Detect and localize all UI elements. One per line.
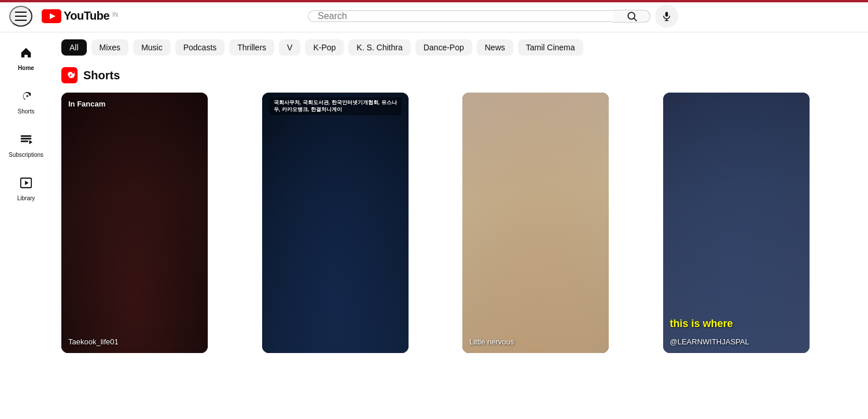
- youtube-wordmark: YouTube: [64, 9, 109, 23]
- shorts-header: Shorts: [61, 67, 859, 83]
- search-input[interactable]: [308, 10, 613, 22]
- svg-rect-8: [21, 138, 31, 139]
- short-thumbnail: Little nervous: [462, 93, 609, 353]
- filter-chip-mixes[interactable]: Mixes: [91, 39, 129, 56]
- short-overlay: [61, 93, 208, 353]
- short-top-text: 국회사무처, 국회도서관, 한국인터넷기개협회, 유스나우, 카카오뱅크, 한결…: [269, 97, 402, 115]
- search-icon: [626, 10, 638, 22]
- svg-rect-7: [21, 135, 31, 137]
- logo[interactable]: YouTube IN: [42, 9, 118, 23]
- filter-chip-podcasts[interactable]: Podcasts: [175, 39, 225, 56]
- sidebar-item-subscriptions[interactable]: Subscriptions: [0, 124, 52, 167]
- search-area: [308, 5, 678, 28]
- short-highlight-text: this is where: [670, 318, 803, 330]
- short-card[interactable]: In Fancam Taekook_life01: [61, 93, 208, 353]
- filter-chip-kpop[interactable]: K-Pop: [305, 39, 344, 56]
- filter-chip-all[interactable]: All: [61, 39, 87, 56]
- short-overlay: [262, 93, 409, 353]
- sidebar-item-shorts-label: Shorts: [18, 108, 35, 115]
- svg-rect-9: [21, 141, 28, 142]
- library-icon: [20, 177, 32, 193]
- sidebar-item-shorts[interactable]: Shorts: [0, 80, 52, 124]
- top-accent-bar: [0, 0, 868, 2]
- search-button[interactable]: [613, 10, 650, 23]
- sidebar-item-home[interactable]: Home: [0, 37, 52, 80]
- youtube-icon: [42, 9, 61, 23]
- svg-point-2: [628, 12, 635, 19]
- youtube-country-badge: IN: [112, 12, 118, 18]
- svg-rect-4: [665, 12, 668, 16]
- filter-bar: AllMixesMusicPodcastsThrillersVK-PopK. S…: [61, 39, 859, 63]
- svg-marker-10: [30, 140, 33, 144]
- short-card[interactable]: 국회사무처, 국회도서관, 한국인터넷기개협회, 유스나우, 카카오뱅크, 한결…: [262, 93, 409, 353]
- shorts-icon: [20, 90, 32, 106]
- sidebar-item-subscriptions-label: Subscriptions: [9, 152, 43, 158]
- shorts-grid: In Fancam Taekook_life01 국회사무처, 국회도서관, 한…: [61, 93, 859, 353]
- svg-line-3: [634, 18, 637, 21]
- short-thumbnail: 국회사무처, 국회도서관, 한국인터넷기개협회, 유스나우, 카카오뱅크, 한결…: [262, 93, 409, 353]
- filter-chip-v[interactable]: V: [279, 39, 300, 56]
- sidebar: Home Shorts Subscriptions Library: [0, 32, 52, 360]
- shorts-section: Shorts In Fancam Taekook_life01 국회사무처, 국…: [61, 67, 859, 353]
- filter-chip-kschithra[interactable]: K. S. Chithra: [348, 39, 410, 56]
- shorts-logo-icon: [61, 67, 78, 83]
- sidebar-item-library-label: Library: [17, 195, 35, 201]
- short-top-text: In Fancam: [68, 100, 201, 108]
- short-overlay: [462, 93, 609, 353]
- short-bottom-text: Taekook_life01: [68, 337, 201, 346]
- microphone-icon: [661, 11, 672, 21]
- filter-chip-dance-pop[interactable]: Dance-Pop: [415, 39, 472, 56]
- topbar: YouTube IN: [0, 0, 868, 32]
- sidebar-item-home-label: Home: [18, 65, 34, 71]
- home-icon: [20, 46, 32, 63]
- voice-search-button[interactable]: [655, 5, 678, 28]
- short-card[interactable]: this is where @LEARNWITHJASPAL: [663, 93, 810, 353]
- short-card[interactable]: Little nervous: [462, 93, 609, 353]
- shorts-section-title: Shorts: [83, 69, 120, 82]
- short-bottom-text: Little nervous: [469, 337, 602, 346]
- short-bottom-text: @LEARNWITHJASPAL: [670, 337, 803, 346]
- filter-chip-tamil-cinema[interactable]: Tamil Cinema: [518, 39, 583, 56]
- filter-chip-news[interactable]: News: [477, 39, 513, 56]
- short-overlay: [663, 93, 810, 353]
- svg-marker-12: [25, 181, 28, 185]
- short-thumbnail: this is where @LEARNWITHJASPAL: [663, 93, 810, 353]
- main-content: AllMixesMusicPodcastsThrillersVK-PopK. S…: [52, 32, 868, 360]
- filter-chip-thrillers[interactable]: Thrillers: [229, 39, 274, 56]
- menu-button[interactable]: [9, 6, 32, 27]
- subscriptions-icon: [20, 133, 32, 149]
- short-thumbnail: In Fancam Taekook_life01: [61, 93, 208, 353]
- sidebar-item-library[interactable]: Library: [0, 167, 52, 211]
- filter-chip-music[interactable]: Music: [133, 39, 171, 56]
